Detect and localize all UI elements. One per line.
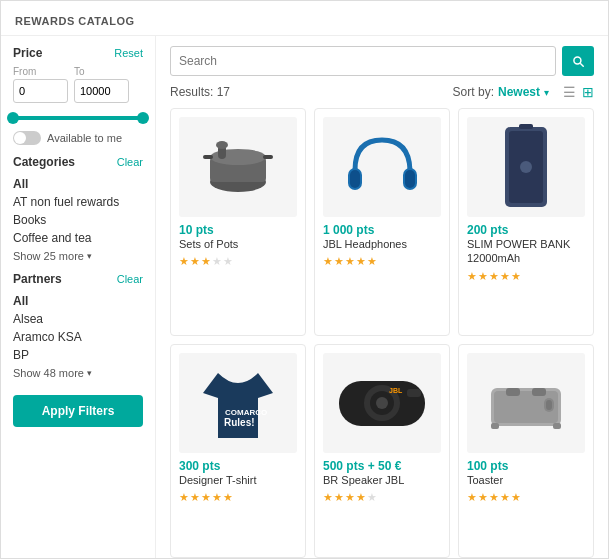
star-filled-icon: ★: [179, 491, 189, 504]
product-card[interactable]: JBL 500 pts + 50 €BR Speaker JBL★★★★★: [314, 344, 450, 558]
partners-show-more[interactable]: Show 48 more ▾: [13, 367, 143, 379]
partners-title: Partners: [13, 272, 62, 286]
page-title: REWARDS CATALOG: [15, 15, 135, 27]
product-image-area: COMARCO Rules!: [179, 353, 297, 453]
search-input[interactable]: [170, 46, 556, 76]
price-inputs: From To: [13, 66, 143, 103]
sort-by-control[interactable]: Sort by: Newest ▾: [453, 85, 549, 99]
product-card[interactable]: 200 ptsSLIM POWER BANK 12000mAh★★★★★: [458, 108, 594, 336]
partner-item[interactable]: BP: [13, 346, 143, 364]
star-filled-icon: ★: [356, 255, 366, 268]
star-filled-icon: ★: [323, 255, 333, 268]
star-empty-icon: ★: [212, 255, 222, 268]
show-more-label: Show 25 more: [13, 250, 84, 262]
price-section: Price Reset From To: [13, 46, 143, 145]
search-bar-row: [170, 46, 594, 76]
search-area: Results: 17 Sort by: Newest ▾ ☰ ⊞ 10 pts…: [156, 36, 608, 558]
svg-rect-21: [407, 389, 421, 397]
product-pts: 1 000 pts: [323, 223, 441, 237]
price-from-input[interactable]: [13, 79, 68, 103]
product-stars: ★★★★★: [467, 491, 585, 504]
star-filled-icon: ★: [223, 491, 233, 504]
partner-item[interactable]: Alsea: [13, 310, 143, 328]
star-filled-icon: ★: [345, 491, 355, 504]
price-to-input[interactable]: [74, 79, 129, 103]
main-area: Price Reset From To: [1, 36, 608, 558]
star-empty-icon: ★: [367, 491, 377, 504]
product-name: Designer T-shirt: [179, 473, 297, 487]
slider-track: [13, 116, 143, 120]
product-image-area: [467, 117, 585, 217]
star-filled-icon: ★: [201, 491, 211, 504]
partners-section: Partners Clear AllAlseaAramco KSABP Show…: [13, 272, 143, 379]
price-to-group: To: [74, 66, 129, 103]
partner-item[interactable]: Aramco KSA: [13, 328, 143, 346]
slider-fill: [13, 116, 143, 120]
product-name: JBL Headphones: [323, 237, 441, 251]
product-name: Sets of Pots: [179, 237, 297, 251]
results-bar: Results: 17 Sort by: Newest ▾ ☰ ⊞: [170, 84, 594, 100]
svg-rect-4: [263, 155, 273, 159]
product-card[interactable]: COMARCO Rules! 300 ptsDesigner T-shirt★★…: [170, 344, 306, 558]
star-filled-icon: ★: [367, 255, 377, 268]
sort-value: Newest: [498, 85, 540, 99]
search-button[interactable]: [562, 46, 594, 76]
svg-rect-26: [532, 388, 546, 396]
product-pts: 10 pts: [179, 223, 297, 237]
categories-clear-button[interactable]: Clear: [117, 156, 143, 168]
slider-thumb-right[interactable]: [137, 112, 149, 124]
apply-filters-button[interactable]: Apply Filters: [13, 395, 143, 427]
partners-clear-button[interactable]: Clear: [117, 273, 143, 285]
category-item[interactable]: Books: [13, 211, 143, 229]
svg-text:Rules!: Rules!: [224, 417, 255, 428]
product-stars: ★★★★★: [323, 255, 441, 268]
star-filled-icon: ★: [500, 270, 510, 283]
svg-rect-13: [519, 124, 533, 129]
partners-list: AllAlseaAramco KSABP: [13, 292, 143, 364]
from-label: From: [13, 66, 68, 77]
star-filled-icon: ★: [323, 491, 333, 504]
product-pts: 300 pts: [179, 459, 297, 473]
product-image-area: [323, 117, 441, 217]
star-filled-icon: ★: [201, 255, 211, 268]
category-item[interactable]: All: [13, 175, 143, 193]
product-card[interactable]: 1 000 ptsJBL Headphones★★★★★: [314, 108, 450, 336]
available-label: Available to me: [47, 132, 122, 144]
price-slider[interactable]: [13, 111, 143, 125]
price-reset-button[interactable]: Reset: [114, 47, 143, 59]
svg-rect-9: [350, 170, 360, 188]
product-pts: 500 pts + 50 €: [323, 459, 441, 473]
category-item[interactable]: Coffee and tea: [13, 229, 143, 247]
star-filled-icon: ★: [212, 491, 222, 504]
product-stars: ★★★★★: [323, 491, 441, 504]
slider-thumb-left[interactable]: [7, 112, 19, 124]
available-toggle[interactable]: [13, 131, 41, 145]
price-title: Price: [13, 46, 42, 60]
chevron-down-partners-icon: ▾: [87, 368, 92, 378]
price-header: Price Reset: [13, 46, 143, 60]
available-row: Available to me: [13, 131, 143, 145]
view-icons: ☰ ⊞: [563, 84, 594, 100]
categories-section: Categories Clear AllAT non fuel rewardsB…: [13, 155, 143, 262]
category-item[interactable]: AT non fuel rewards: [13, 193, 143, 211]
star-filled-icon: ★: [467, 491, 477, 504]
svg-text:COMARCO: COMARCO: [225, 408, 267, 417]
categories-show-more[interactable]: Show 25 more ▾: [13, 250, 143, 262]
product-image-area: [467, 353, 585, 453]
partner-item[interactable]: All: [13, 292, 143, 310]
chevron-down-icon: ▾: [87, 251, 92, 261]
star-filled-icon: ★: [345, 255, 355, 268]
product-card[interactable]: 10 ptsSets of Pots★★★★★: [170, 108, 306, 336]
svg-rect-27: [491, 423, 499, 429]
list-view-icon[interactable]: ☰: [563, 84, 576, 100]
star-filled-icon: ★: [478, 270, 488, 283]
categories-list: AllAT non fuel rewardsBooksCoffee and te…: [13, 175, 143, 247]
svg-point-14: [520, 161, 532, 173]
product-pts: 100 pts: [467, 459, 585, 473]
product-card[interactable]: 100 ptsToaster★★★★★: [458, 344, 594, 558]
grid-view-icon[interactable]: ⊞: [582, 84, 594, 100]
categories-title: Categories: [13, 155, 75, 169]
toggle-knob: [14, 132, 26, 144]
svg-rect-25: [506, 388, 520, 396]
star-filled-icon: ★: [478, 491, 488, 504]
